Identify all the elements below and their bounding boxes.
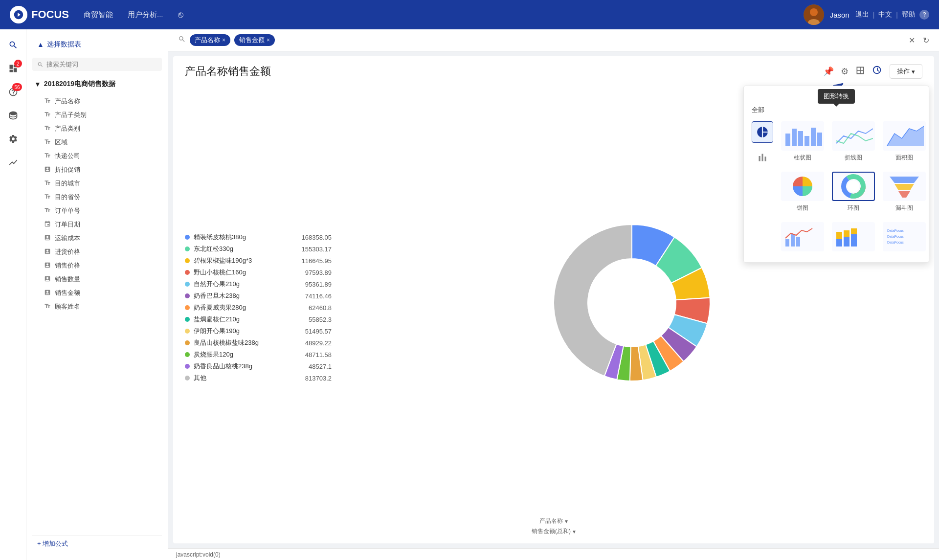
tag-product-close[interactable]: ×	[222, 37, 225, 44]
settings-btn[interactable]: ⚙	[841, 66, 849, 77]
tree-item-订单单号[interactable]: 订单单号	[32, 204, 162, 218]
keyword-search[interactable]	[46, 61, 157, 68]
svg-rect-8	[811, 128, 816, 146]
axis-label-2[interactable]: 销售金额(总和) ▾	[532, 527, 576, 536]
sidebar-question[interactable]: 56	[2, 81, 24, 103]
search-bar-icon[interactable]	[178, 35, 186, 45]
tree-item-销售数量[interactable]: 销售数量	[32, 272, 162, 286]
chart-header: 产品名称销售金额 📌 ⚙ 操作 ▾	[185, 64, 922, 79]
chart-type-stacked[interactable]	[832, 222, 875, 254]
axis-label-1[interactable]: 产品名称 ▾	[539, 517, 568, 525]
tree-item-产品类别[interactable]: 产品类别	[32, 122, 162, 135]
tree-item-销售金额[interactable]: 销售金额	[32, 286, 162, 300]
table-view-btn[interactable]	[855, 66, 865, 78]
tree-item-icon	[44, 111, 51, 119]
search-box[interactable]	[32, 58, 162, 71]
action-btn[interactable]: 操作 ▾	[890, 64, 922, 79]
legend-dot	[185, 329, 190, 334]
user-area: Jason 退出 | 中文 | 帮助 ?	[804, 4, 929, 25]
tree-item-目的省份[interactable]: 目的省份	[32, 190, 162, 204]
chart-type-donut[interactable]: 环图	[832, 172, 875, 212]
svg-marker-17	[894, 184, 914, 190]
sidebar-trends[interactable]	[2, 152, 24, 173]
legend-dot	[185, 258, 190, 263]
tree-item-销售价格[interactable]: 销售价格	[32, 259, 162, 272]
chart-left-pie-icon[interactable]	[752, 121, 773, 143]
tree-items-container: 产品名称产品子类别产品类别区域快递公司折扣促销目的城市目的省份订单单号订单日期运…	[32, 94, 162, 314]
area-label: 面积图	[895, 154, 913, 162]
tree-item-目的城市[interactable]: 目的城市	[32, 177, 162, 190]
select-table-btn[interactable]: ▲ 选择数据表	[32, 37, 162, 52]
help-icon[interactable]: ?	[919, 10, 929, 20]
donut-label: 环图	[848, 204, 859, 212]
tree-item-icon	[44, 221, 51, 229]
tree-item-运输成本[interactable]: 运输成本	[32, 231, 162, 245]
tree-item-icon	[44, 152, 51, 160]
search-refresh-btn[interactable]: ↻	[923, 36, 929, 45]
tree-item-折扣促销[interactable]: 折扣促销	[32, 163, 162, 177]
tree-item-订单日期[interactable]: 订单日期	[32, 218, 162, 231]
pin-btn[interactable]: 📌	[823, 66, 834, 77]
svg-rect-6	[798, 131, 803, 146]
export-icon[interactable]: ⎋	[178, 10, 183, 20]
lang-btn[interactable]: 中文	[878, 10, 892, 19]
nav-item-shangmao[interactable]: 商贸智能	[84, 10, 113, 20]
chart-left-bar-icon[interactable]	[752, 147, 773, 168]
chart-type-line[interactable]: 折线图	[832, 121, 875, 162]
legend-item: 伊朗开心果190g51495.57	[185, 327, 332, 336]
chart-type-area[interactable]: 面积图	[883, 121, 926, 162]
logout-btn[interactable]: 退出	[855, 10, 869, 19]
area-thumb	[883, 121, 926, 151]
bar-label: 柱状图	[794, 154, 811, 162]
chart-type-custom[interactable]: DataFocus DataFocus DataFocus	[883, 222, 926, 254]
tree-header[interactable]: ▼ 20182019电商销售数据	[32, 78, 162, 90]
logo[interactable]: FOCUS	[10, 6, 69, 23]
main-content: 产品名称 × 销售金额 × ✕ ↻ 产品名称销售金额 📌 ⚙	[168, 29, 939, 560]
chart-view-btn[interactable]	[872, 65, 883, 78]
svg-rect-24	[844, 237, 850, 246]
chart-footer: 产品名称 ▾ 销售金额(总和) ▾	[173, 517, 934, 536]
tree-item-快递公司[interactable]: 快递公司	[32, 149, 162, 163]
avatar	[804, 4, 824, 25]
legend-dot	[185, 317, 190, 322]
user-actions: 退出 | 中文 | 帮助 ?	[855, 10, 929, 20]
legend-item: 其他813703.2	[185, 374, 332, 382]
svg-rect-25	[844, 230, 850, 237]
legend-dot	[185, 235, 190, 240]
sidebar-data[interactable]	[2, 105, 24, 126]
sidebar-settings[interactable]	[2, 128, 24, 150]
tree-item-icon	[44, 138, 51, 147]
svg-rect-20	[791, 234, 795, 246]
chart-type-funnel[interactable]: 漏斗图	[883, 172, 926, 212]
legend-item: 精装纸皮核桃380g168358.05	[185, 233, 332, 242]
nav-item-yonghu[interactable]: 用户分析...	[128, 10, 163, 20]
tree-item-产品子类别[interactable]: 产品子类别	[32, 108, 162, 122]
add-formula-btn[interactable]: + 增加公式	[32, 535, 162, 552]
action-dropdown[interactable]: 操作 ▾	[890, 64, 922, 79]
sidebar-dashboard[interactable]: 2	[2, 58, 24, 79]
tree-item-产品名称[interactable]: 产品名称	[32, 94, 162, 108]
chart-type-pie[interactable]: 饼图	[781, 172, 824, 212]
svg-text:DataFocus: DataFocus	[887, 235, 904, 238]
tag-product-name[interactable]: 产品名称 ×	[190, 34, 230, 46]
tree-item-icon	[44, 289, 51, 297]
pie-label: 饼图	[797, 204, 808, 212]
legend-item: 炭烧腰果120g48711.58	[185, 350, 332, 359]
tree-item-进货价格[interactable]: 进货价格	[32, 245, 162, 259]
svg-text:DataFocus: DataFocus	[887, 229, 904, 232]
tree-item-区域[interactable]: 区域	[32, 135, 162, 149]
help-btn[interactable]: 帮助	[902, 10, 916, 19]
tree-item-icon	[44, 179, 51, 188]
chart-type-bar[interactable]: 柱状图	[781, 121, 824, 162]
tree-item-顾客姓名[interactable]: 顾客姓名	[32, 300, 162, 314]
legend-item: 良品山核桃椒盐味238g48929.22	[185, 338, 332, 347]
legend-dot	[185, 352, 190, 357]
tag-sales-amount[interactable]: 销售金额 ×	[234, 34, 275, 46]
chart-type-combo[interactable]	[781, 222, 824, 254]
svg-marker-18	[898, 191, 910, 198]
sidebar-search[interactable]	[2, 34, 24, 56]
legend-dot	[185, 364, 190, 369]
search-close-btn[interactable]: ✕	[909, 36, 915, 45]
tree-item-icon	[44, 262, 51, 270]
tag-sales-close[interactable]: ×	[267, 37, 270, 44]
